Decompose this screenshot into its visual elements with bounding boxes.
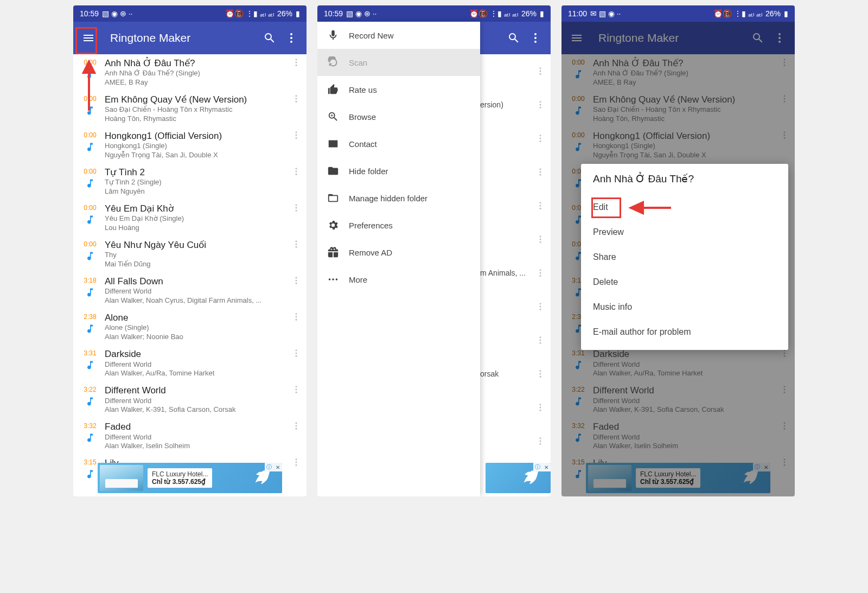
song-more-button[interactable] bbox=[288, 94, 304, 104]
search-button[interactable] bbox=[259, 27, 280, 49]
song-more-button[interactable] bbox=[532, 133, 548, 143]
overflow-button[interactable] bbox=[525, 27, 546, 49]
song-item-peek bbox=[480, 155, 551, 189]
song-artist: Nguyễn Trọng Tài, San Ji, Double X bbox=[105, 151, 284, 160]
song-more-button[interactable] bbox=[532, 66, 548, 76]
song-artist: Hoàng Tôn, Rhymastic bbox=[105, 114, 284, 124]
drawer-item-zoom[interactable]: Browse bbox=[317, 103, 480, 130]
song-more-button[interactable] bbox=[288, 239, 304, 249]
song-list[interactable]: 0:00 Anh Nhà Ở Đâu Thế? Anh Nhà Ở Đâu Th… bbox=[73, 54, 307, 490]
song-title: Alone bbox=[105, 312, 288, 323]
song-more-button[interactable] bbox=[288, 421, 304, 431]
status-bar: 11:00 ✉ ▧ ◉ ·· ⏰📵 ⋮▮ ₐₜₗ ₐₜₗ 26% ▮ bbox=[561, 5, 795, 22]
dots-icon bbox=[327, 273, 349, 285]
song-artist: Alan Walker, K-391, Sofia Carson, Corsak bbox=[105, 405, 284, 415]
drawer-item-dots[interactable]: More bbox=[317, 266, 480, 293]
song-more-button[interactable] bbox=[288, 385, 304, 394]
ad-close-icon[interactable]: ✕ bbox=[273, 463, 282, 471]
music-note-icon bbox=[85, 140, 95, 156]
song-more-button[interactable] bbox=[532, 234, 548, 244]
status-battery: 26% bbox=[277, 9, 292, 18]
song-more-button[interactable] bbox=[532, 268, 548, 278]
drawer-item-refresh[interactable]: Scan bbox=[317, 49, 480, 76]
status-bar: 10:59 ▧ ◉ ⊛ ·· ⏰📵 ⋮▮ ₐₜₗ ₐₜₗ 26% ▮ bbox=[73, 5, 307, 22]
gift-icon bbox=[327, 246, 349, 258]
song-more-button[interactable] bbox=[532, 201, 548, 211]
song-item[interactable]: 0:00 Anh Nhà Ở Đâu Thế? Anh Nhà Ở Đâu Th… bbox=[73, 54, 307, 91]
song-item[interactable]: 0:00 Tự Tình 2 Tự Tình 2 (Single) Lâm Ng… bbox=[73, 163, 307, 200]
music-note-icon bbox=[85, 394, 95, 411]
song-item-peek bbox=[480, 189, 551, 222]
song-more-button[interactable] bbox=[288, 276, 304, 285]
song-title: Tự Tình 2 bbox=[105, 167, 288, 178]
song-item[interactable]: 3:22 Different World Different World Ala… bbox=[73, 381, 307, 418]
context-menu-item[interactable]: Preview bbox=[593, 220, 776, 245]
drawer-item-mic[interactable]: Record New bbox=[317, 22, 480, 49]
context-menu-item[interactable]: Delete bbox=[593, 270, 776, 295]
status-battery: 26% bbox=[521, 9, 537, 18]
status-time: 11:00 bbox=[568, 9, 587, 18]
ad-banner[interactable]: FLC Luxury Hotel... Chỉ từ 3.557.625₫ ⓘ … bbox=[98, 463, 282, 493]
context-menu-item[interactable]: Music info bbox=[593, 295, 776, 320]
song-item[interactable]: 2:38 Alone Alone (Single) Alan Walker; N… bbox=[73, 309, 307, 345]
song-album: Thy bbox=[105, 251, 284, 260]
drawer-item-label: Remove AD bbox=[349, 248, 392, 257]
song-duration: 0:00 bbox=[84, 131, 96, 139]
nav-drawer[interactable]: Record New Scan Rate us Browse Contact H… bbox=[317, 22, 480, 496]
song-album: Alone (Single) bbox=[105, 323, 284, 333]
ad-banner[interactable]: ⓘ ✕ bbox=[486, 463, 551, 493]
song-item[interactable]: 0:00 Em Không Quay Về (New Version) Sao … bbox=[73, 91, 307, 127]
song-artist: Lâm Nguyên bbox=[105, 187, 284, 196]
drawer-item-folder[interactable]: Hide folder bbox=[317, 157, 480, 184]
ad-info-icon[interactable]: ⓘ bbox=[533, 463, 542, 471]
song-album: Tự Tình 2 (Single) bbox=[105, 178, 284, 187]
menu-button[interactable] bbox=[78, 27, 99, 49]
drawer-item-folder-open[interactable]: Manage hidden folder bbox=[317, 184, 480, 212]
song-title: Faded bbox=[105, 421, 288, 432]
ad-close-icon[interactable]: ✕ bbox=[542, 463, 551, 471]
song-more-button[interactable] bbox=[288, 203, 304, 213]
context-menu: Anh Nhà Ở Đâu Thế? EditPreviewShareDelet… bbox=[581, 164, 788, 350]
drawer-item-gift[interactable]: Remove AD bbox=[317, 239, 480, 266]
drawer-item-gear[interactable]: Preferences bbox=[317, 212, 480, 239]
drawer-item-label: Manage hidden folder bbox=[349, 194, 427, 203]
song-more-button[interactable] bbox=[532, 167, 548, 177]
song-more-button[interactable] bbox=[288, 312, 304, 322]
drawer-item-thumb[interactable]: Rate us bbox=[317, 76, 480, 103]
song-duration: 0:00 bbox=[84, 95, 96, 103]
song-item[interactable]: 0:00 Hongkong1 (Official Version) Hongko… bbox=[73, 127, 307, 163]
drawer-item-label: Record New bbox=[349, 31, 394, 40]
song-more-button[interactable] bbox=[288, 167, 304, 176]
song-duration: 2:38 bbox=[84, 313, 96, 321]
song-more-button[interactable] bbox=[532, 335, 548, 345]
song-item[interactable]: 3:31 Darkside Different World Alan Walke… bbox=[73, 345, 307, 381]
song-more-button[interactable] bbox=[288, 348, 304, 358]
search-button[interactable] bbox=[503, 27, 525, 49]
song-more-button[interactable] bbox=[288, 130, 304, 140]
song-more-button[interactable] bbox=[532, 100, 548, 110]
song-item[interactable]: 0:00 Yêu Em Dại Khờ Yêu Em Dại Khờ (Sing… bbox=[73, 200, 307, 236]
context-menu-item[interactable]: Share bbox=[593, 245, 776, 270]
song-item[interactable]: 0:00 Yêu Như Ngày Yêu Cuối Thy Mai Tiến … bbox=[73, 236, 307, 272]
song-item[interactable]: 3:18 All Falls Down Different World Alan… bbox=[73, 272, 307, 309]
music-note-icon bbox=[85, 67, 95, 84]
song-more-button[interactable] bbox=[288, 457, 304, 467]
song-album: Anh Nhà Ở Đâu Thế? (Single) bbox=[105, 69, 284, 78]
song-more-button[interactable] bbox=[532, 403, 548, 412]
overflow-button[interactable] bbox=[280, 27, 302, 49]
drawer-item-contact[interactable]: Contact bbox=[317, 130, 480, 157]
context-menu-item[interactable]: Edit bbox=[593, 195, 776, 220]
song-item-peek: m Animals, ... bbox=[480, 256, 551, 290]
song-title: Different World bbox=[105, 385, 288, 396]
ad-info-icon[interactable]: ⓘ bbox=[265, 463, 273, 471]
drawer-item-label: Hide folder bbox=[349, 167, 388, 176]
song-item[interactable]: 3:32 Faded Different World Alan Walker, … bbox=[73, 418, 307, 454]
drawer-item-label: Preferences bbox=[349, 221, 393, 230]
song-more-button[interactable] bbox=[532, 302, 548, 311]
song-text-fragment: m Animals, ... bbox=[480, 269, 532, 277]
song-more-button[interactable] bbox=[532, 369, 548, 379]
song-more-button[interactable] bbox=[288, 58, 304, 67]
song-more-button[interactable] bbox=[532, 436, 548, 446]
music-note-icon bbox=[85, 104, 95, 120]
context-menu-item[interactable]: E-mail author for problem bbox=[593, 320, 776, 345]
